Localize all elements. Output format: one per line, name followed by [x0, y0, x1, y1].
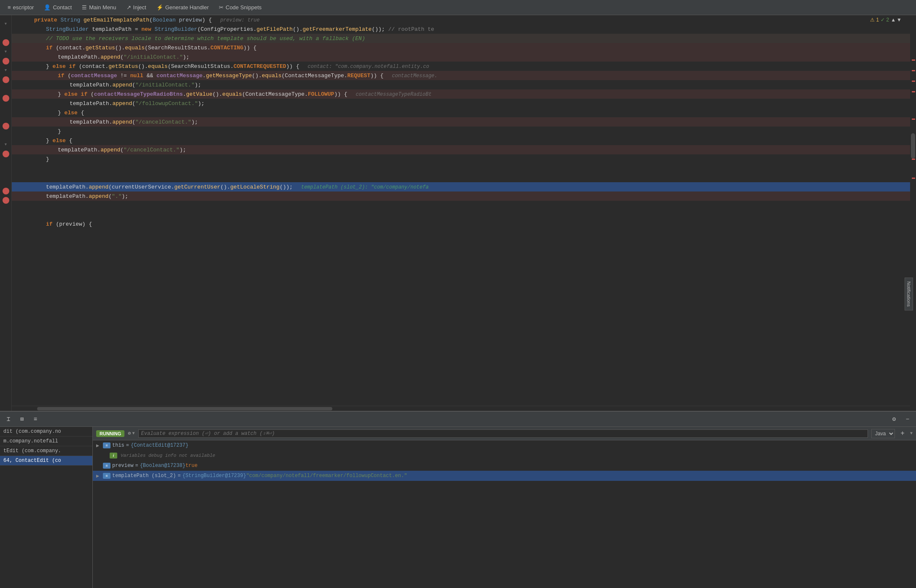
stack-item-2[interactable]: m.company.notefall — [0, 437, 92, 446]
expression-input[interactable] — [138, 429, 868, 438]
debug-top-row: RUNNING ⊘ ▼ Java + ▼ — [93, 427, 916, 440]
code-line-11: } else { — [12, 108, 910, 117]
code-line-10: templatePath.append("/followupContact.")… — [12, 99, 910, 108]
v-error-marker-7 — [912, 159, 915, 160]
code-text-4: if (contact.getStatus().equals(SearchRes… — [34, 45, 910, 51]
code-line-15: templatePath.append("/cancelContact."); — [12, 145, 910, 154]
stack-item-4[interactable]: 64, ContactEdit (co — [0, 456, 92, 466]
var-val-template-str: "com/company/notefall/freemarker/followu… — [246, 473, 407, 479]
var-row-templatepath[interactable]: ▶ ≡ templatePath (slot_2) = {StringBuild… — [93, 471, 916, 481]
var-row-this[interactable]: ▶ ≡ this = {ContactEdit@17237} — [93, 440, 916, 450]
descriptor-icon: ≡ — [8, 4, 11, 11]
stack-item-3[interactable]: tEdit (com.company. — [0, 446, 92, 456]
call-stack: dit (com.company.no m.company.notefall t… — [0, 427, 93, 588]
v-error-marker-1 — [912, 59, 915, 61]
var-val-preview: {Boolean@17238} — [140, 463, 186, 469]
var-info-text: Variables debug info not available — [121, 453, 215, 458]
code-text-3: // TODO use the receivers locale to dete… — [34, 35, 910, 42]
filter-icon: ⊘ — [128, 430, 131, 437]
snippets-label: Code Snippets — [226, 4, 261, 11]
var-eq-preview: = — [135, 463, 138, 469]
error-marker-15[interactable] — [3, 151, 9, 157]
code-text-15: templatePath.append("/cancelContact."); — [34, 147, 910, 153]
toolbar-generate-handler[interactable]: ⚡ Generate Handler — [152, 3, 213, 12]
v-error-marker-2 — [912, 70, 915, 71]
var-row-preview[interactable]: ≡ preview = {Boolean@17238} true — [93, 461, 916, 471]
java-language-select[interactable]: Java — [871, 429, 895, 438]
var-icon-template: ≡ — [103, 473, 110, 479]
toolbar-inject[interactable]: ↗ Inject — [122, 3, 151, 12]
code-line-19: templatePath.append(currentUserService.g… — [12, 182, 910, 192]
code-line-12: templatePath.append("/cancelContact."); — [12, 117, 910, 127]
h-scrollbar-thumb[interactable] — [37, 407, 332, 410]
v-scrollbar-thumb[interactable] — [911, 133, 915, 159]
code-text-6: } else if (contact.getStatus().equals(Se… — [34, 63, 910, 70]
debug-btn-cursor[interactable]: ⌶ — [3, 414, 13, 424]
var-icon-preview: ≡ — [103, 463, 110, 469]
error-marker-12[interactable] — [3, 123, 9, 129]
code-line-16: } — [12, 154, 910, 164]
toolbar-descriptor[interactable]: ≡ escriptor — [3, 3, 38, 12]
menu-icon: ☰ — [82, 4, 87, 11]
error-marker-5[interactable] — [3, 58, 9, 65]
v-error-marker-3 — [912, 81, 915, 82]
debug-panel: ⌶ ⊞ ≡ ⚙ − ⊟ dit (com.company.no m.compan… — [0, 411, 916, 588]
descriptor-label: escriptor — [13, 4, 34, 11]
fold-arrow-1[interactable]: ▼ — [5, 19, 7, 29]
v-error-marker-8 — [912, 178, 915, 179]
code-scroll-area[interactable]: private String getEmailTemplatePath(Bool… — [12, 15, 910, 406]
menu-label: Main Menu — [89, 4, 116, 11]
variables-list: ▶ ≡ this = {ContactEdit@17237} i Variabl… — [93, 440, 916, 588]
fold-arrow-4[interactable]: ▼ — [5, 47, 7, 57]
var-chevron-template[interactable]: ▶ — [96, 473, 103, 479]
fold-arrow-14[interactable]: ▼ — [5, 140, 7, 149]
debug-btn-table[interactable]: ⊞ — [17, 414, 27, 424]
debug-toolbar: ⌶ ⊞ ≡ ⚙ − ⊟ — [0, 412, 916, 427]
stack-item-1[interactable]: dit (com.company.no — [0, 427, 92, 437]
code-line-8: templatePath.append("/initialContact."); — [12, 80, 910, 89]
snippets-icon: ✂ — [219, 4, 224, 11]
settings-icon[interactable]: ⚙ — [889, 414, 899, 424]
error-marker-20[interactable] — [3, 197, 9, 204]
stack-label-3: tEdit (com.company. — [3, 448, 61, 454]
var-name-this: this — [112, 442, 124, 448]
toolbar-code-snippets[interactable]: ✂ Code Snippets — [215, 3, 266, 12]
v-error-marker-5 — [912, 119, 915, 120]
code-line-2: StringBuilder templatePath = new StringB… — [12, 24, 910, 34]
var-chevron-preview — [96, 463, 103, 469]
fold-arrow-6[interactable]: ▼ — [5, 66, 7, 75]
watch-dropdown-icon[interactable]: ▼ — [910, 431, 913, 436]
error-marker-19[interactable] — [3, 188, 9, 194]
generate-icon: ⚡ — [156, 4, 163, 11]
inject-label: Inject — [133, 4, 146, 11]
main-toolbar: ≡ escriptor 👤 Contact ☰ Main Menu ↗ Inje… — [0, 0, 916, 15]
toolbar-contact[interactable]: 👤 Contact — [40, 3, 76, 12]
notification-tab[interactable]: Notifications — [905, 278, 913, 310]
code-line-5: templatePath.append("/initialContact."); — [12, 52, 910, 62]
debug-btn-list[interactable]: ≡ — [30, 414, 40, 424]
toolbar-main-menu[interactable]: ☰ Main Menu — [78, 3, 120, 12]
code-line-4: if (contact.getStatus().equals(SearchRes… — [12, 43, 910, 52]
inject-icon: ↗ — [127, 4, 131, 11]
collapse-icon[interactable]: − — [903, 414, 913, 424]
code-line-7: if (contactMessage != null && contactMes… — [12, 71, 910, 80]
add-watch-button[interactable]: + — [898, 429, 907, 438]
code-line-1: private String getEmailTemplatePath(Bool… — [12, 15, 910, 24]
error-marker-9[interactable] — [3, 95, 9, 102]
var-val-this: {ContactEdit@17237} — [131, 442, 189, 448]
vertical-scrollbar[interactable] — [910, 15, 916, 411]
code-editor[interactable]: ⚠ 1 ✓ 2 ▲ ▼ private String getEmailTempl… — [12, 15, 910, 411]
code-text-22 — [34, 212, 910, 218]
code-text-12: templatePath.append("/cancelContact."); — [34, 119, 910, 125]
horizontal-scrollbar[interactable] — [12, 406, 910, 411]
v-error-marker-4 — [912, 91, 915, 92]
error-marker-3[interactable] — [3, 39, 9, 46]
var-name-template: templatePath (slot_2) — [112, 473, 176, 479]
error-marker-7[interactable] — [3, 76, 9, 83]
var-name-preview: preview — [112, 463, 133, 469]
filter-dropdown-icon[interactable]: ▼ — [132, 431, 135, 436]
code-line-22 — [12, 210, 910, 219]
filter-button[interactable]: ⊘ ▼ — [128, 430, 135, 437]
code-text-2: StringBuilder templatePath = new StringB… — [34, 26, 910, 32]
var-chevron-this[interactable]: ▶ — [96, 442, 103, 449]
